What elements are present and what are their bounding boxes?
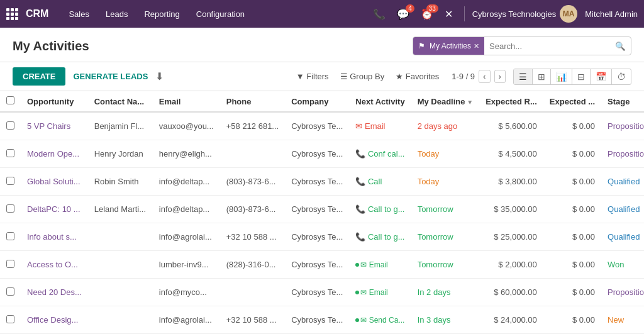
row-company: Cybrosys Te...	[285, 279, 349, 306]
activity-cell: ✉ Email	[355, 121, 404, 131]
row-opportunity[interactable]: Access to O...	[21, 251, 88, 279]
row-opportunity[interactable]: Need 20 Des...	[21, 279, 88, 306]
chat-icon[interactable]: 💬 4	[397, 8, 409, 20]
row-activity[interactable]: ✉ Email	[349, 279, 411, 306]
row-phone: (803)-873-6...	[220, 196, 286, 223]
row-expected2: $ 0.00	[543, 140, 601, 168]
row-email: info@agrolai...	[153, 306, 220, 334]
search-bar: ⚑ My Activities ✕ 🔍	[413, 36, 631, 55]
row-opportunity[interactable]: Global Soluti...	[21, 168, 88, 196]
row-company: Cybrosys Te...	[285, 223, 349, 251]
download-button[interactable]: ⬇	[155, 70, 164, 82]
activity-icon[interactable]: ⏰ 33	[421, 8, 433, 20]
row-activity[interactable]: 📞 Call	[349, 168, 411, 196]
row-stage: Proposition	[601, 279, 644, 306]
row-expected-r: $ 4,500.00	[479, 140, 543, 168]
row-opportunity[interactable]: Info about s...	[21, 223, 88, 251]
prev-page-button[interactable]: ‹	[479, 70, 490, 83]
row-checkbox[interactable]	[0, 223, 21, 251]
row-email: info@myco...	[153, 279, 220, 306]
row-deadline: Today	[411, 168, 480, 196]
close-icon[interactable]: ✕	[445, 8, 453, 20]
col-email[interactable]: Email	[153, 91, 220, 112]
next-page-button[interactable]: ›	[494, 70, 506, 83]
graph-view-button[interactable]: 📊	[551, 69, 572, 84]
favorites-button[interactable]: ★ Favorites	[391, 69, 444, 84]
row-contact: Robin Smith	[88, 168, 153, 196]
nav-sales[interactable]: Sales	[62, 7, 96, 21]
row-opportunity[interactable]: 5 VP Chairs	[21, 112, 88, 140]
table-body: 5 VP Chairs Benjamin Fl... vauxoo@you...…	[0, 112, 644, 334]
col-opportunity[interactable]: Opportunity	[21, 91, 88, 112]
table-row: Office Desig... info@agrolai... +32 10 5…	[0, 306, 644, 334]
calendar-view-button[interactable]: 📅	[591, 69, 612, 84]
row-checkbox[interactable]	[0, 168, 21, 196]
company-name: Cybrosys Technologies	[472, 9, 556, 19]
row-expected2: $ 0.00	[543, 168, 601, 196]
row-email: info@deltap...	[153, 168, 220, 196]
col-my-deadline[interactable]: My Deadline	[411, 91, 480, 112]
row-activity[interactable]: ✉ Email	[349, 251, 411, 279]
row-checkbox[interactable]	[0, 112, 21, 140]
row-deadline: Today	[411, 140, 480, 168]
search-filter-tag[interactable]: ⚑ My Activities ✕	[413, 37, 484, 55]
row-phone: (828)-316-0...	[220, 251, 286, 279]
list-view-button[interactable]: ☰	[514, 69, 533, 84]
select-all-checkbox[interactable]	[0, 91, 21, 112]
row-checkbox[interactable]	[0, 251, 21, 279]
activity-view-button[interactable]: ⏱	[612, 69, 631, 84]
row-expected2: $ 0.00	[543, 223, 601, 251]
pivot-view-button[interactable]: ⊟	[572, 69, 591, 84]
col-expected2[interactable]: Expected ...	[543, 91, 601, 112]
row-activity[interactable]: 📞 Conf cal...	[349, 140, 411, 168]
kanban-view-button[interactable]: ⊞	[533, 69, 551, 84]
col-company[interactable]: Company	[285, 91, 349, 112]
row-activity[interactable]: ✉ Email	[349, 112, 411, 140]
row-checkbox[interactable]	[0, 279, 21, 306]
search-input[interactable]	[484, 42, 610, 51]
page-title: My Activities	[13, 39, 413, 53]
row-opportunity[interactable]: Modern Ope...	[21, 140, 88, 168]
view-switcher: ☰ ⊞ 📊 ⊟ 📅 ⏱	[513, 69, 631, 85]
col-contact[interactable]: Contact Na...	[88, 91, 153, 112]
row-phone	[220, 279, 286, 306]
row-activity[interactable]: ✉ Send Ca...	[349, 306, 411, 334]
nav-configuration[interactable]: Configuration	[190, 7, 251, 21]
row-company: Cybrosys Te...	[285, 112, 349, 140]
row-checkbox[interactable]	[0, 196, 21, 223]
app-name[interactable]: CRM	[26, 8, 48, 19]
row-checkbox[interactable]	[0, 140, 21, 168]
activity-cell: 📞 Call to g...	[355, 204, 404, 214]
col-expected-r[interactable]: Expected R...	[479, 91, 543, 112]
activity-cell: 📞 Call	[355, 177, 404, 186]
col-stage[interactable]: Stage	[601, 91, 644, 112]
search-tag-close[interactable]: ✕	[474, 42, 479, 50]
search-button[interactable]: 🔍	[610, 42, 631, 51]
generate-leads-button[interactable]: GENERATE LEADS	[73, 72, 148, 81]
avatar[interactable]: MA	[560, 5, 577, 23]
row-activity[interactable]: 📞 Call to g...	[349, 196, 411, 223]
row-contact: Henry Jordan	[88, 140, 153, 168]
row-opportunity[interactable]: DeltaPC: 10 ...	[21, 196, 88, 223]
table-row: Info about s... info@agrolai... +32 10 5…	[0, 223, 644, 251]
row-stage: New	[601, 306, 644, 334]
apps-grid-icon[interactable]	[6, 8, 18, 20]
phone-icon[interactable]: 📞	[373, 8, 386, 20]
row-stage: Won	[601, 251, 644, 279]
row-activity[interactable]: 📞 Call to g...	[349, 223, 411, 251]
row-deadline: 2 days ago	[411, 112, 480, 140]
col-next-activity[interactable]: Next Activity	[349, 91, 411, 112]
row-opportunity[interactable]: Office Desig...	[21, 306, 88, 334]
pagination-text: 1-9 / 9	[452, 72, 475, 81]
nav-reporting[interactable]: Reporting	[138, 7, 186, 21]
create-button[interactable]: CREATE	[13, 67, 65, 86]
filters-button[interactable]: ▼ Filters	[291, 69, 334, 84]
table-header: Opportunity Contact Na... Email Phone Co…	[0, 91, 644, 112]
row-contact	[88, 223, 153, 251]
row-deadline: Tomorrow	[411, 251, 480, 279]
nav-leads[interactable]: Leads	[99, 7, 134, 21]
row-checkbox[interactable]	[0, 306, 21, 334]
row-email: vauxoo@you...	[153, 112, 220, 140]
group-by-button[interactable]: ☰ Group By	[335, 69, 390, 84]
col-phone[interactable]: Phone	[220, 91, 286, 112]
